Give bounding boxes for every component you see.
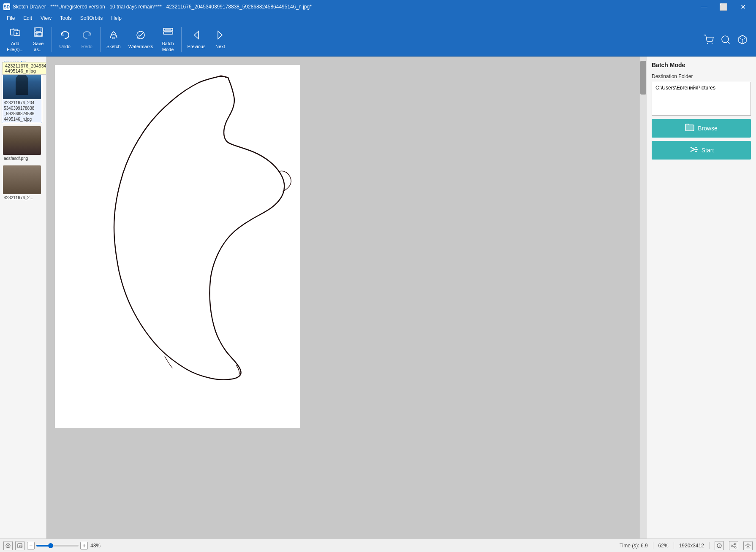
quality-value: 62% [658,543,669,549]
svg-point-36 [734,547,736,548]
zoom-value: 43% [90,543,101,549]
next-label: Next [215,44,225,49]
search-icon[interactable] [719,33,732,46]
toolbar-sep-2 [100,27,101,52]
zoom-actual-icon[interactable]: 1:1 [15,541,24,550]
canvas-inner [55,65,300,428]
svg-marker-18 [218,31,222,39]
start-arrow-icon [689,146,698,155]
menu-file[interactable]: File [3,14,18,22]
statusbar-left: 1:1 − + 43% [3,541,616,550]
main-content: Source Im... 423211676_2045340399178838_… [0,57,756,538]
statusbar: 1:1 − + 43% Time (s): 6.9 62% 1920x3412 … [0,538,756,552]
svg-point-20 [712,43,712,44]
menu-tools[interactable]: Tools [57,14,75,22]
zoom-in-button[interactable]: + [80,542,88,549]
svg-text:©: © [137,37,140,40]
menu-edit[interactable]: Edit [20,14,35,22]
list-item[interactable]: adsfasdf.png [2,125,42,162]
titlebar-controls: — ⬜ ✕ [694,0,753,14]
titlebar-title: Sketch Drawer - ****Unregistered version… [13,4,312,10]
svg-point-19 [707,43,708,44]
svg-point-34 [734,543,736,545]
info-icon[interactable]: i [715,541,724,550]
settings-icon[interactable] [743,541,753,550]
titlebar: SD Sketch Drawer - ****Unregistered vers… [0,0,756,14]
destination-folder-input[interactable]: C:\Users\Евгений\Pictures [652,82,751,116]
svg-point-35 [731,545,733,547]
thumbnail-2 [3,126,41,155]
scrollbar-thumb[interactable] [640,61,646,95]
next-button[interactable]: Next [209,25,231,54]
svg-line-22 [728,41,729,43]
image-label-1: 423211676_2045340399178838_5928688245864… [3,100,41,122]
previous-label: Previous [188,44,206,49]
vertical-scrollbar[interactable] [639,57,646,538]
batch-mode-button[interactable]: BatchMode [158,25,179,54]
zoom-fit-icon[interactable] [3,541,13,550]
cart-icon[interactable] [702,33,715,46]
zoom-out-button[interactable]: − [27,542,35,549]
zoom-slider-fill [36,545,49,547]
minimize-button[interactable]: — [694,0,714,14]
previous-icon [191,30,202,42]
image-label-2: adsfasdf.png [3,156,41,161]
dimensions-value: 1920x3412 [679,543,704,549]
share-icon[interactable] [729,541,738,550]
save-as-icon [33,27,44,39]
destination-folder-label: Destination Folder [652,73,751,79]
app-icon: SD [3,3,10,10]
statusbar-sep-2 [674,542,674,549]
previous-button[interactable]: Previous [184,25,209,54]
svg-line-38 [733,546,734,547]
svg-rect-6 [34,28,43,36]
undo-label: Undo [60,44,71,49]
menubar: File Edit View Tools SoftOrbits Help [0,14,756,23]
watermarks-icon: © [135,30,146,42]
save-as-label: Saveas... [33,41,44,52]
batch-mode-panel-title: Batch Mode [652,62,751,68]
sketch-label: Sketch [106,44,121,49]
statusbar-right: Time (s): 6.9 62% 1920x3412 i [620,541,753,550]
canvas-area[interactable] [46,57,646,538]
list-item[interactable]: 423211676_2045340399178838_5928688824586… [2,69,42,123]
redo-button[interactable]: Redo [76,25,98,54]
menu-help[interactable]: Help [108,14,125,22]
list-item[interactable]: 423211676_2... [2,164,42,202]
save-as-button[interactable]: Saveas... [28,25,49,54]
undo-button[interactable]: Undo [54,25,76,54]
add-files-button[interactable]: AddFile(s)... [3,25,27,54]
zoom-slider-container: − + [27,542,88,549]
sketch-drawing [55,65,300,428]
toolbar-right [702,33,753,46]
svg-rect-8 [35,32,42,36]
watermarks-button[interactable]: © Watermarks [125,25,157,54]
svg-marker-17 [194,31,199,39]
menu-view[interactable]: View [37,14,55,22]
redo-label: Redo [82,44,92,49]
maximize-button[interactable]: ⬜ [714,0,733,14]
time-value: Time (s): 6.9 [620,543,648,549]
toolbar: AddFile(s)... Saveas... Undo [0,23,756,57]
svg-text:i: i [719,544,720,548]
browse-label: Browse [698,125,718,132]
right-panel: Batch Mode Destination Folder C:\Users\Е… [646,57,756,538]
toolbar-sep-1 [52,27,52,52]
thumbnail-3 [3,165,41,194]
zoom-slider[interactable] [36,545,79,547]
titlebar-left: SD Sketch Drawer - ****Unregistered vers… [3,3,312,10]
figure-silhouette [16,74,28,95]
svg-rect-9 [36,33,38,35]
close-button[interactable]: ✕ [733,0,753,14]
batch-mode-label: BatchMode [162,41,174,52]
browse-button[interactable]: Browse [652,119,751,138]
cube-icon[interactable] [736,33,749,46]
sketch-button[interactable]: Sketch [103,25,124,54]
tooltip: 423211676_2045340399178838_5928688824586… [2,62,46,75]
menu-softorbits[interactable]: SoftOrbits [77,14,106,22]
start-button[interactable]: Start [652,141,751,160]
svg-line-37 [733,544,734,545]
zoom-slider-thumb[interactable] [48,543,53,548]
image-label-3: 423211676_2... [3,195,41,200]
redo-icon [82,30,92,42]
